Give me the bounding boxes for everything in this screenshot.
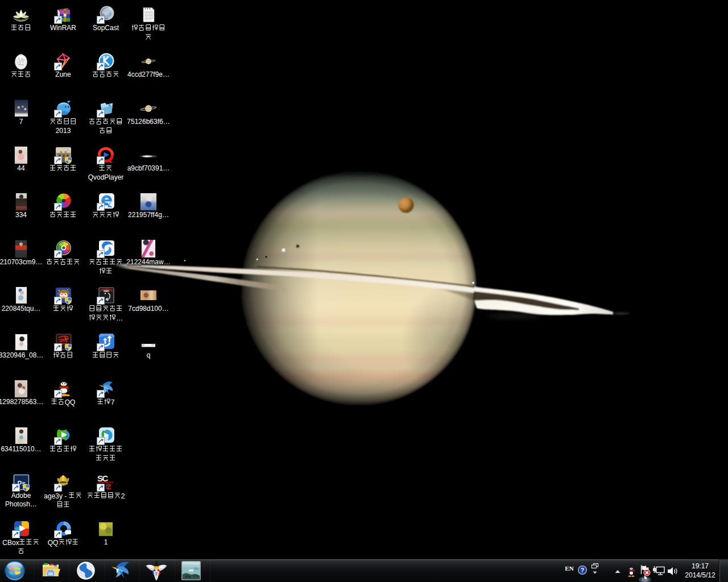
svg-text:?: ? [581, 567, 584, 573]
svg-text:K: K [108, 103, 111, 107]
